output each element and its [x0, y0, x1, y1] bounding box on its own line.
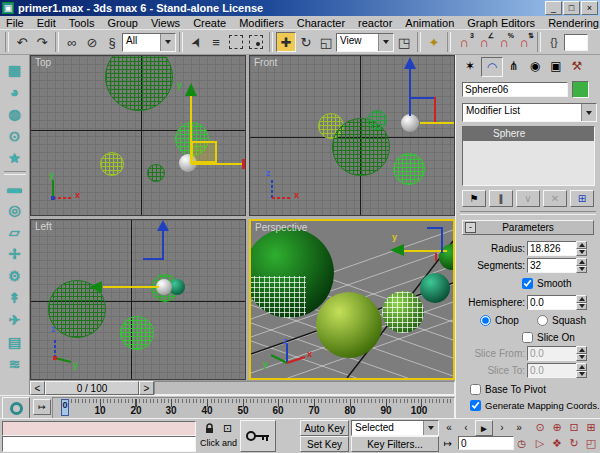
dropdown-arrow-icon[interactable] — [581, 104, 596, 121]
slice-on-checkbox[interactable] — [522, 332, 533, 343]
objects-plane-icon[interactable]: ✈ — [3, 309, 27, 331]
viewport-left[interactable]: Left z y — [30, 219, 246, 380]
squash-radio[interactable] — [537, 315, 548, 326]
viewport-perspective[interactable]: Perspective y z y x — [249, 219, 455, 380]
zoom-all-button[interactable]: ⊕ — [549, 420, 565, 434]
radius-spinner[interactable] — [576, 241, 587, 256]
viewport-top[interactable]: Top y y x — [30, 55, 246, 216]
menu-reactor[interactable]: reactor — [358, 17, 392, 29]
menu-tools[interactable]: Tools — [69, 17, 95, 29]
gizmo-arrowhead-icon[interactable] — [89, 281, 102, 293]
select-and-manipulate-button[interactable]: ✦ — [424, 32, 444, 52]
objects-waves-icon[interactable]: ≋ — [3, 353, 27, 375]
spinner-snap-toggle-button[interactable]: ∩⇅ — [514, 32, 534, 52]
bind-to-space-warp-button[interactable]: § — [102, 32, 122, 52]
viewport-top-label[interactable]: Top — [35, 57, 51, 68]
key-cursor-overlay[interactable] — [240, 420, 276, 452]
title-bar[interactable]: ▣ primer1.max - 3ds max 6 - Stand-alone … — [0, 0, 600, 16]
remove-modifier-button[interactable]: ✕ — [543, 190, 567, 207]
dropdown-arrow-icon[interactable] — [160, 34, 175, 51]
hemisphere-spinner[interactable] — [576, 295, 587, 310]
sphere-shaded-selected[interactable] — [382, 291, 424, 333]
viewport-front-label[interactable]: Front — [254, 57, 277, 68]
set-key-button[interactable]: Set Key — [300, 436, 349, 452]
window-crossing-toggle[interactable] — [246, 32, 266, 52]
pin-stack-button[interactable]: ⚑ — [462, 190, 486, 207]
current-frame-marker[interactable]: 0 — [61, 399, 69, 416]
zoom-region-button[interactable]: ▷ — [532, 436, 548, 450]
objects-weathervane-icon[interactable]: ↟ — [3, 287, 27, 309]
menu-create[interactable]: Create — [193, 17, 226, 29]
radius-field[interactable] — [527, 241, 577, 256]
select-by-name-button[interactable]: ≡ — [206, 32, 226, 52]
sphere-shaded-teal[interactable] — [420, 273, 450, 303]
zoom-extents-button[interactable]: ⊡ — [566, 420, 582, 434]
move-gizmo-z-axis[interactable] — [409, 68, 411, 116]
previous-frame-button[interactable]: ‹ — [458, 420, 474, 434]
viewport-perspective-label[interactable]: Perspective — [255, 222, 307, 233]
unlink-selection-button[interactable]: ⊘ — [82, 32, 102, 52]
make-unique-button[interactable]: ∨ — [516, 190, 540, 207]
close-button[interactable]: × — [581, 1, 598, 15]
select-and-link-button[interactable]: ∞ — [62, 32, 82, 52]
play-button[interactable]: ► — [475, 420, 493, 436]
absolute-offset-toggle[interactable]: ⊡ — [220, 421, 235, 435]
time-slider-handle[interactable]: 0 / 100 — [45, 381, 139, 395]
sphere-wireframe-bright[interactable] — [393, 153, 425, 185]
arc-rotate-button[interactable]: ↻ — [566, 436, 582, 450]
redo-button[interactable]: ↷ — [32, 32, 52, 52]
menu-views[interactable]: Views — [151, 17, 180, 29]
segments-field[interactable] — [527, 258, 577, 273]
sphere-wireframe-large[interactable] — [105, 55, 173, 111]
open-mini-curve-editor-button[interactable]: ↦ — [33, 399, 51, 415]
menu-rendering[interactable]: Rendering — [548, 17, 599, 29]
sphere-white[interactable] — [401, 114, 419, 132]
select-and-rotate-button[interactable]: ↻ — [296, 32, 316, 52]
objects-spindle-icon[interactable]: ⊙ — [3, 125, 27, 147]
move-gizmo-y-axis[interactable] — [103, 286, 159, 288]
sphere-wireframe-bright[interactable] — [120, 316, 154, 350]
tab-modify[interactable]: ◠ — [481, 57, 503, 77]
segments-spinner[interactable] — [576, 258, 587, 273]
maxscript-mini-recorder[interactable] — [2, 421, 196, 436]
objects-torus-icon[interactable]: ◎ — [3, 199, 27, 221]
time-slider-track[interactable] — [154, 381, 455, 395]
sphere-wireframe-small[interactable] — [367, 110, 387, 130]
go-to-start-button[interactable]: « — [441, 420, 457, 434]
tab-motion[interactable]: ◉ — [525, 57, 545, 75]
objects-blades-icon[interactable]: ✢ — [3, 243, 27, 265]
minimize-button[interactable]: _ — [545, 1, 562, 15]
key-mode-toggle-button[interactable]: ↦ — [441, 436, 455, 450]
go-to-end-button[interactable]: » — [511, 420, 527, 434]
configure-modifier-sets-button[interactable]: ⊞ — [570, 190, 594, 207]
objects-capsule-icon[interactable]: ▱ — [3, 221, 27, 243]
show-end-result-button[interactable]: ∥ — [489, 190, 513, 207]
time-slider-next-button[interactable]: > — [139, 381, 154, 395]
tab-hierarchy[interactable]: ⋔ — [504, 57, 524, 75]
sphere-wireframe-small[interactable] — [147, 164, 165, 182]
dropdown-arrow-icon[interactable] — [378, 34, 393, 51]
parameters-rollout-header[interactable]: - Parameters — [462, 220, 594, 235]
sphere-shaded-yellowgreen[interactable] — [316, 292, 382, 358]
selection-filter-dropdown[interactable]: All — [122, 33, 176, 52]
menu-animation[interactable]: Animation — [405, 17, 454, 29]
sphere-wireframe-yellowgreen[interactable] — [100, 152, 124, 176]
object-color-swatch[interactable] — [572, 81, 589, 98]
select-and-scale-button[interactable]: ◱ — [316, 32, 336, 52]
menu-edit[interactable]: Edit — [37, 17, 56, 29]
select-and-move-button[interactable]: ✚ — [276, 32, 296, 52]
time-configuration-button[interactable]: ◷ — [514, 436, 529, 450]
menu-character[interactable]: Character — [297, 17, 345, 29]
move-gizmo-z-axis[interactable] — [162, 230, 164, 260]
reference-coordinate-dropdown[interactable]: View — [336, 33, 394, 52]
pan-button[interactable]: ❖ — [549, 436, 565, 450]
generate-mapping-checkbox[interactable] — [470, 400, 481, 411]
objects-boxes-icon[interactable]: ▦ — [3, 59, 27, 81]
toolbar-handle[interactable] — [5, 32, 9, 52]
auto-key-button[interactable]: Auto Key — [300, 420, 349, 436]
menu-modifiers[interactable]: Modifiers — [239, 17, 284, 29]
track-bar-ruler[interactable]: 0 10 20 30 40 50 60 70 80 90 100 — [52, 397, 455, 419]
hemisphere-field[interactable] — [527, 295, 577, 310]
gizmo-arrowhead-icon[interactable] — [185, 83, 197, 96]
tab-create[interactable]: ✶ — [460, 57, 480, 75]
